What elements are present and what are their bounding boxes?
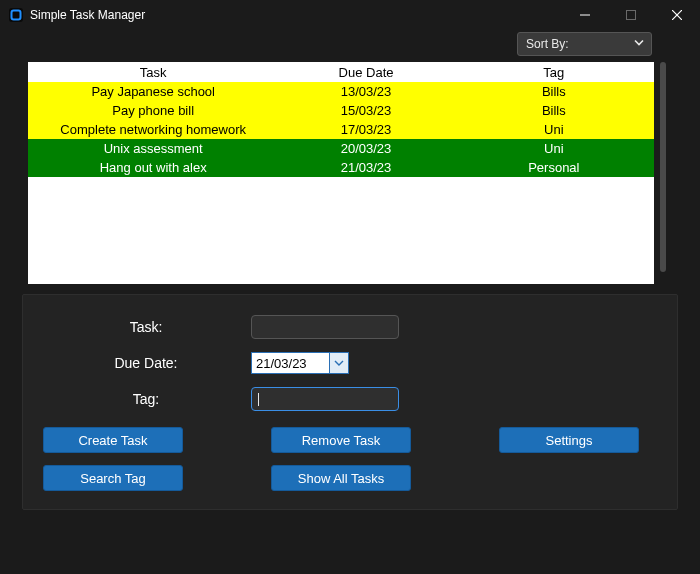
due-date-input[interactable]	[251, 352, 329, 374]
due-row: Due Date:	[41, 345, 659, 381]
chevron-down-icon	[633, 37, 645, 52]
table-row[interactable]: Complete networking homework17/03/23Uni	[28, 120, 654, 139]
cell-tag: Bills	[454, 82, 654, 101]
cell-tag: Bills	[454, 101, 654, 120]
text-caret	[258, 391, 259, 406]
table-row[interactable]: Hang out with alex21/03/23Personal	[28, 158, 654, 177]
maximize-button[interactable]	[608, 0, 654, 30]
sort-row: Sort By:	[28, 30, 672, 62]
table-row[interactable]: Pay phone bill15/03/23Bills	[28, 101, 654, 120]
task-table-container: Task Due Date Tag Pay Japanese school13/…	[28, 62, 672, 284]
workspace: Sort By: Task Due Date Tag Pay Japanese …	[0, 30, 700, 284]
titlebar: Simple Task Manager	[0, 0, 700, 30]
button-row-1: Create Task Remove Task Settings	[43, 427, 659, 453]
due-date-dropdown-button[interactable]	[329, 352, 349, 374]
cell-task: Unix assessment	[28, 139, 278, 158]
due-label: Due Date:	[41, 355, 251, 371]
table-row[interactable]: Pay Japanese school13/03/23Bills	[28, 82, 654, 101]
show-all-tasks-button[interactable]: Show All Tasks	[271, 465, 411, 491]
search-tag-button[interactable]: Search Tag	[43, 465, 183, 491]
cell-due: 17/03/23	[278, 120, 453, 139]
due-date-picker[interactable]	[251, 352, 349, 374]
svg-rect-3	[627, 11, 636, 20]
tag-row: Tag:	[41, 381, 659, 417]
cell-tag: Uni	[454, 120, 654, 139]
sort-by-dropdown[interactable]: Sort By:	[517, 32, 652, 56]
cell-due: 21/03/23	[278, 158, 453, 177]
cell-task: Complete networking homework	[28, 120, 278, 139]
cell-due: 13/03/23	[278, 82, 453, 101]
close-button[interactable]	[654, 0, 700, 30]
cell-due: 15/03/23	[278, 101, 453, 120]
scrollbar-thumb[interactable]	[660, 62, 666, 272]
create-task-button[interactable]: Create Task	[43, 427, 183, 453]
header-task[interactable]: Task	[28, 62, 278, 82]
cell-tag: Personal	[454, 158, 654, 177]
header-due[interactable]: Due Date	[278, 62, 453, 82]
button-row-2: Search Tag Show All Tasks	[43, 465, 659, 491]
remove-task-button[interactable]: Remove Task	[271, 427, 411, 453]
form-panel: Task: Due Date: Tag: Create Task Remove …	[22, 294, 678, 510]
window-title: Simple Task Manager	[30, 8, 145, 22]
task-table-scroll: Task Due Date Tag Pay Japanese school13/…	[28, 62, 654, 284]
header-tag[interactable]: Tag	[454, 62, 654, 82]
app-icon	[8, 7, 24, 23]
task-input[interactable]	[251, 315, 399, 339]
tag-label: Tag:	[41, 391, 251, 407]
cell-task: Pay Japanese school	[28, 82, 278, 101]
cell-due: 20/03/23	[278, 139, 453, 158]
task-table[interactable]: Task Due Date Tag Pay Japanese school13/…	[28, 62, 654, 177]
settings-button[interactable]: Settings	[499, 427, 639, 453]
cell-task: Hang out with alex	[28, 158, 278, 177]
table-row[interactable]: Unix assessment20/03/23Uni	[28, 139, 654, 158]
table-header-row: Task Due Date Tag	[28, 62, 654, 82]
task-row: Task:	[41, 309, 659, 345]
cell-tag: Uni	[454, 139, 654, 158]
scrollbar[interactable]	[660, 62, 666, 284]
cell-task: Pay phone bill	[28, 101, 278, 120]
tag-input[interactable]	[251, 387, 399, 411]
task-label: Task:	[41, 319, 251, 335]
sort-by-label: Sort By:	[526, 37, 569, 51]
minimize-button[interactable]	[562, 0, 608, 30]
